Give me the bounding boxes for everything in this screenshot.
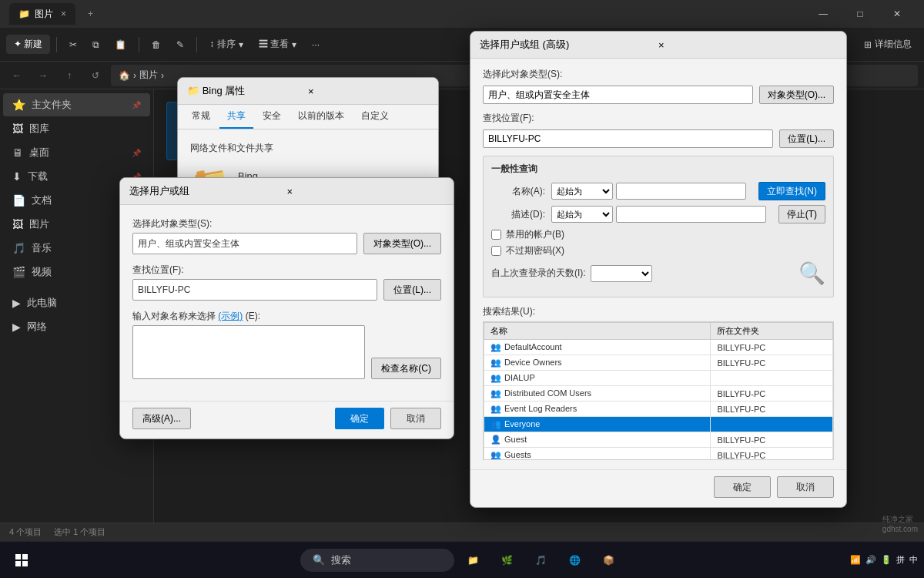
adv-general-title: 一般性查询: [491, 163, 825, 176]
adv-desc-input[interactable]: [616, 206, 766, 223]
results-table: 名称 所在文件夹 👥DefaultAccount BILLYFU-PC 👥Dev…: [484, 322, 833, 460]
adv-name-input[interactable]: [616, 183, 746, 200]
disabled-checkbox[interactable]: [491, 230, 501, 240]
location-btn[interactable]: 位置(L)...: [383, 279, 441, 301]
tab-security[interactable]: 安全: [255, 105, 289, 129]
volume-tray-icon: 🔊: [865, 555, 876, 565]
network-tray-icon: 📶: [850, 555, 861, 565]
enter-name-textarea[interactable]: [132, 325, 365, 379]
adv-name-filter[interactable]: 起始为 包含: [551, 183, 613, 200]
adv-dialog-close-btn[interactable]: ×: [658, 39, 837, 51]
tab-general[interactable]: 常规: [184, 105, 218, 129]
taskbar: 🔍 搜索 📁 🌿 🎵 🌐 📦 📶 🔊 🔋 拼 中: [0, 541, 924, 578]
table-row[interactable]: 👥DefaultAccount BILLYFU-PC: [484, 340, 833, 355]
adv-desc-label: 描述(D):: [491, 208, 545, 221]
battery-tray-icon: 🔋: [881, 555, 892, 565]
taskbar-app-4[interactable]: 📦: [593, 545, 624, 576]
ime-indicator: 中: [909, 554, 918, 566]
taskbar-right: 📶 🔊 🔋 拼 中: [850, 554, 918, 566]
adv-obj-type-input[interactable]: [483, 86, 753, 104]
adv-obj-type-label: 选择此对象类型(S):: [483, 68, 834, 81]
row-icon: 👥: [490, 358, 501, 367]
adv-name-label: 名称(A):: [491, 185, 545, 198]
su-ok-btn[interactable]: 确定: [335, 408, 384, 429]
select-user-dialog: 选择用户或组 × 选择此对象类型(S): 对象类型(O)... 查找位置(F):…: [119, 177, 454, 439]
bing-props-close-btn[interactable]: ×: [308, 86, 429, 97]
days-select[interactable]: [591, 265, 652, 282]
adv-dialog-title: 选择用户或组 (高级): [480, 38, 658, 52]
adv-location-label: 查找位置(F):: [483, 112, 834, 125]
obj-type-btn[interactable]: 对象类型(O)...: [363, 233, 441, 254]
enter-name-label: 输入对象名称来选择 (示例) (E):: [132, 310, 441, 323]
adv-footer: 确定 取消: [470, 469, 846, 507]
table-row[interactable]: 👥DIALUP: [484, 371, 833, 386]
adv-location-input[interactable]: [483, 129, 773, 148]
col-name: 名称: [484, 323, 711, 340]
stop-btn[interactable]: 停止(T): [778, 205, 825, 223]
select-user-footer: 高级(A)... 确定 取消: [120, 401, 454, 439]
su-cancel-btn[interactable]: 取消: [390, 408, 441, 429]
table-row[interactable]: 👤Guest BILLYFU-PC: [484, 432, 833, 448]
taskbar-search[interactable]: 🔍 搜索: [300, 549, 454, 572]
row-icon: 👤: [490, 435, 501, 444]
dialog-overlay: 📁 Bing 属性 × 常规 共享 安全 以前的版本 自定义 网络文件和文件共享…: [0, 0, 924, 541]
enter-name-row: 输入对象名称来选择 (示例) (E): 检查名称(C): [132, 310, 441, 379]
table-row[interactable]: 👥Distributed COM Users BILLYFU-PC: [484, 386, 833, 402]
adv-desc-filter[interactable]: 起始为 包含: [551, 206, 613, 223]
adv-name-row: 名称(A): 起始为 包含 立即查找(N): [491, 182, 825, 200]
taskbar-center: 🔍 搜索 📁 🌿 🎵 🌐 📦: [300, 545, 624, 576]
find-now-btn[interactable]: 立即查找(N): [758, 182, 825, 200]
table-row[interactable]: 👥Event Log Readers BILLYFU-PC: [484, 402, 833, 417]
taskbar-time: 拼: [896, 554, 905, 566]
taskbar-app-explorer[interactable]: 📁: [457, 545, 488, 576]
row-icon: 👥: [490, 342, 501, 351]
table-row[interactable]: 👥Device Owners BILLYFU-PC: [484, 355, 833, 371]
noexpiry-label: 不过期密码(X): [506, 244, 564, 257]
row-icon: 👥: [490, 388, 501, 398]
disabled-label: 禁用的帐户(B): [506, 228, 564, 241]
row-icon: 👥: [490, 404, 501, 413]
bing-props-titlebar: 📁 Bing 属性 ×: [178, 78, 438, 105]
svg-rect-0: [15, 554, 21, 560]
select-user-close-btn[interactable]: ×: [287, 186, 445, 197]
location-split: 位置(L)...: [132, 279, 441, 301]
check-names-btn[interactable]: 检查名称(C): [371, 358, 441, 379]
table-row[interactable]: 👥Everyone: [484, 417, 833, 432]
taskbar-app-2[interactable]: 🎵: [525, 545, 556, 576]
adv-location-btn[interactable]: 位置(L)...: [779, 129, 834, 148]
adv-cancel-btn[interactable]: 取消: [777, 476, 834, 498]
tab-custom[interactable]: 自定义: [353, 105, 397, 129]
location-label: 查找位置(F):: [132, 264, 441, 277]
adv-general-section: 一般性查询 名称(A): 起始为 包含 立即查找(N): [483, 156, 834, 297]
results-table-container[interactable]: 名称 所在文件夹 👥DefaultAccount BILLYFU-PC 👥Dev…: [483, 321, 834, 460]
adv-obj-type-row: 对象类型(O)...: [483, 86, 834, 104]
example-link[interactable]: (示例): [218, 311, 243, 321]
adv-name-filter-row: 起始为 包含: [551, 183, 746, 200]
noexpiry-checkbox[interactable]: [491, 246, 501, 256]
days-label: 自上次查登录的天数(I):: [491, 267, 586, 280]
location-row: 查找位置(F): 位置(L)...: [132, 264, 441, 301]
svg-rect-1: [22, 554, 28, 560]
bing-props-tabs: 常规 共享 安全 以前的版本 自定义: [178, 105, 438, 129]
taskbar-app-1[interactable]: 🌿: [491, 545, 522, 576]
row-icon: 👥: [490, 373, 501, 382]
bing-props-title: 📁 Bing 属性: [187, 84, 308, 98]
location-input[interactable]: [132, 279, 377, 301]
taskbar-left: [0, 545, 43, 576]
adv-body: 选择此对象类型(S): 对象类型(O)... 查找位置(F): 位置(L)...…: [470, 59, 846, 469]
advanced-btn[interactable]: 高级(A)...: [132, 408, 191, 429]
table-row[interactable]: 👥Guests BILLYFU-PC: [484, 448, 833, 461]
adv-obj-type-btn[interactable]: 对象类型(O)...: [759, 86, 834, 104]
select-user-titlebar: 选择用户或组 ×: [120, 178, 454, 205]
adv-results-section: 搜索结果(U): 名称 所在文件夹 👥DefaultAccount BILLYF…: [483, 305, 834, 460]
obj-type-label: 选择此对象类型(S):: [132, 217, 441, 230]
obj-type-input[interactable]: [132, 233, 357, 254]
sharing-section-title: 网络文件和文件共享: [190, 142, 426, 155]
search-icon: 🔍: [313, 554, 325, 566]
start-btn[interactable]: [6, 545, 37, 576]
tab-sharing[interactable]: 共享: [219, 105, 253, 129]
taskbar-app-3[interactable]: 🌐: [559, 545, 590, 576]
adv-ok-btn[interactable]: 确定: [714, 476, 771, 498]
tab-previous[interactable]: 以前的版本: [290, 105, 352, 129]
svg-rect-3: [22, 561, 28, 566]
